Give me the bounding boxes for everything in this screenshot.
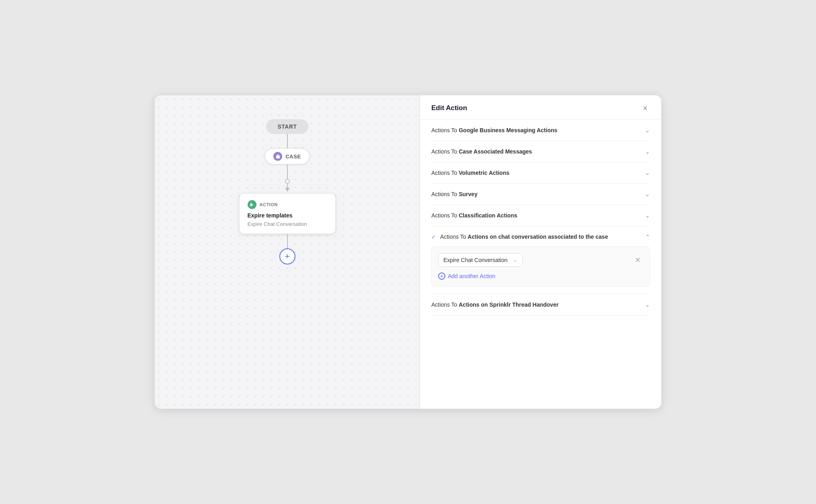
chevron-icon-gbm: ⌄ [645, 127, 650, 133]
panel-body: Actions To Google Business Messaging Act… [420, 120, 661, 409]
action-select-dropdown[interactable]: Expire Chat Conversation ⌄ [438, 253, 523, 267]
chevron-icon-sth: ⌄ [645, 301, 650, 308]
accordion-header-cls[interactable]: Actions To Classification Actions ⌄ [431, 212, 650, 219]
add-another-action-button[interactable]: + Add another Action [438, 272, 495, 280]
connector-circle [285, 179, 290, 184]
remove-action-button[interactable]: ✕ [632, 255, 643, 265]
accordion-header-vol[interactable]: Actions To Volumetric Actions ⌄ [431, 170, 650, 176]
accordion-header-sur[interactable]: Actions To Survey ⌄ [431, 191, 650, 197]
accordion-item-sur: Actions To Survey ⌄ [431, 184, 650, 205]
case-node: CASE [265, 148, 309, 164]
accordion-item-cam: Actions To Case Associated Messages ⌄ [431, 141, 650, 162]
chevron-up-icon-chat: ⌄ [645, 234, 650, 240]
flow-canvas: START CASE [239, 119, 336, 264]
chevron-icon-cam: ⌄ [645, 148, 650, 155]
start-label: START [277, 123, 297, 130]
check-icon-chat: ✓ [431, 234, 436, 240]
action-subtitle: Expire Chat Conversation [248, 221, 327, 227]
start-node: START [266, 119, 308, 134]
add-action-plus-icon: + [438, 272, 445, 280]
case-label: CASE [285, 154, 301, 160]
accordion-header-cam[interactable]: Actions To Case Associated Messages ⌄ [431, 148, 650, 155]
accordion-item-chat: ✓ Actions To Actions on chat conversatio… [431, 226, 650, 294]
main-container: START CASE [155, 95, 661, 409]
action-icon-svg [249, 202, 254, 207]
add-step-button[interactable]: + [279, 248, 295, 264]
svg-marker-1 [250, 203, 253, 206]
chevron-icon-cls: ⌄ [645, 212, 650, 219]
flow-canvas-panel: START CASE [155, 95, 420, 409]
connector-line-2 [287, 164, 288, 179]
accordion-content-chat: Expire Chat Conversation ⌄ ✕ + Add anoth… [431, 246, 650, 287]
action-node: ACTION Expire templates Expire Chat Conv… [239, 193, 336, 234]
select-chevron-icon: ⌄ [513, 257, 517, 263]
accordion-label-cam: Actions To Case Associated Messages [431, 148, 532, 155]
panel-title: Edit Action [431, 104, 467, 112]
accordion-header-gbm[interactable]: Actions To Google Business Messaging Act… [431, 127, 650, 133]
edit-action-panel: Edit Action × Actions To Google Business… [420, 95, 661, 409]
connector-line-4 [287, 234, 288, 248]
arrow-down [285, 188, 290, 192]
accordion-label-gbm: Actions To Google Business Messaging Act… [431, 127, 558, 133]
action-title: Expire templates [248, 212, 327, 219]
action-type-label: ACTION [260, 202, 278, 207]
action-node-header: ACTION [248, 200, 327, 209]
accordion-label-chat: ✓ Actions To Actions on chat conversatio… [431, 234, 608, 240]
accordion-header-chat[interactable]: ✓ Actions To Actions on chat conversatio… [431, 234, 650, 240]
accordion-item-gbm: Actions To Google Business Messaging Act… [431, 120, 650, 141]
accordion-label-cls: Actions To Classification Actions [431, 212, 517, 219]
close-icon: × [643, 104, 648, 113]
accordion-label-vol: Actions To Volumetric Actions [431, 170, 509, 176]
accordion-item-vol: Actions To Volumetric Actions ⌄ [431, 162, 650, 184]
accordion-item-cls: Actions To Classification Actions ⌄ [431, 205, 650, 226]
accordion-label-sur: Actions To Survey [431, 191, 478, 197]
case-icon [273, 152, 282, 161]
connector-line-3 [287, 184, 288, 188]
panel-header: Edit Action × [420, 95, 661, 120]
action-select-row: Expire Chat Conversation ⌄ ✕ [438, 253, 643, 267]
chevron-icon-vol: ⌄ [645, 170, 650, 176]
selected-action-label: Expire Chat Conversation [443, 257, 508, 263]
connector-line-1 [287, 134, 288, 148]
svg-rect-0 [276, 155, 280, 158]
close-button[interactable]: × [640, 103, 650, 113]
accordion-item-sth: Actions To Actions on Sprinklr Thread Ha… [431, 294, 650, 316]
case-icon-svg [275, 154, 281, 159]
accordion-label-sth: Actions To Actions on Sprinklr Thread Ha… [431, 301, 558, 308]
add-step-icon: + [285, 252, 290, 261]
add-action-label: Add another Action [448, 273, 495, 279]
action-icon [248, 200, 256, 209]
accordion-header-sth[interactable]: Actions To Actions on Sprinklr Thread Ha… [431, 301, 650, 308]
chevron-icon-sur: ⌄ [645, 191, 650, 197]
